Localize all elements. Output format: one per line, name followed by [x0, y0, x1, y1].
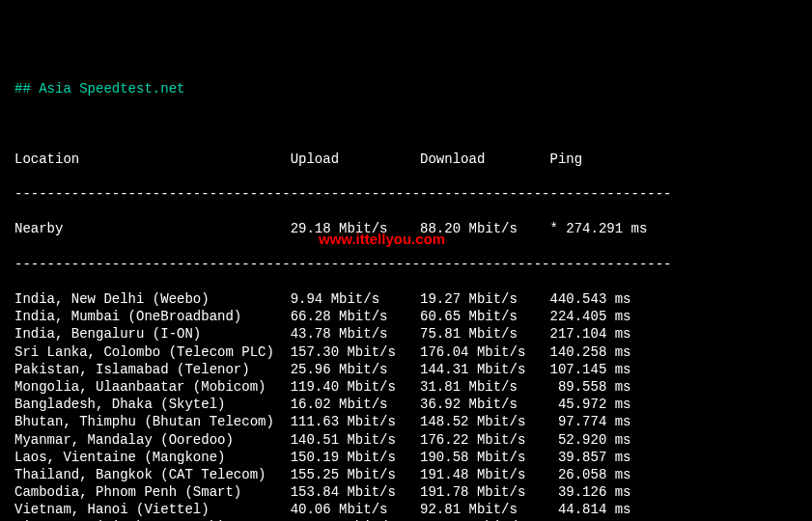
section-title: ## Asia Speedtest.net [14, 80, 798, 97]
header-row: Location Upload Download Ping [14, 151, 798, 168]
table-row: Bangladesh, Dhaka (Skytel) 16.02 Mbit/s … [14, 396, 798, 413]
table-row: Pakistan, Islamabad (Telenor) 25.96 Mbit… [14, 361, 798, 378]
table-row: India, Mumbai (OneBroadband) 66.28 Mbit/… [14, 308, 798, 325]
table-row: Vietnam, Hanoi (Viettel) 40.06 Mbit/s 92… [14, 501, 798, 518]
nearby-row: Nearby 29.18 Mbit/s 88.20 Mbit/s * 274.2… [14, 220, 798, 237]
table-row: Mongolia, Ulaanbaatar (Mobicom) 119.40 M… [14, 378, 798, 396]
table-row: Sri Lanka, Colombo (Telecom PLC) 157.30 … [14, 343, 798, 361]
results-body: India, New Delhi (Weebo) 9.94 Mbit/s 19.… [14, 290, 798, 521]
table-row: Bhutan, Thimphu (Bhutan Telecom) 111.63 … [14, 413, 798, 430]
table-row: India, New Delhi (Weebo) 9.94 Mbit/s 19.… [14, 290, 798, 308]
separator: ----------------------------------------… [14, 256, 798, 273]
separator: ----------------------------------------… [14, 185, 798, 203]
table-row: India, Bengaluru (I-ON) 43.78 Mbit/s 75.… [14, 325, 798, 343]
table-row: Laos, Vientaine (Mangkone) 150.19 Mbit/s… [14, 449, 798, 466]
table-row: Myanmar, Mandalay (Ooredoo) 140.51 Mbit/… [14, 431, 798, 449]
table-row: Cambodia, Phnom Penh (Smart) 153.84 Mbit… [14, 483, 798, 501]
table-row: Thailand, Bangkok (CAT Telecom) 155.25 M… [14, 466, 798, 483]
